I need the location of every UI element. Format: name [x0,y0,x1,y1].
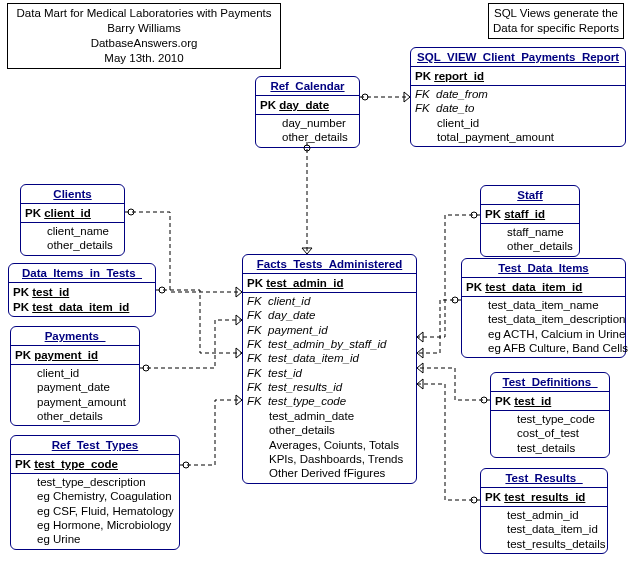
svg-point-14 [159,287,165,293]
entity-test-definitions: Test_Definitions_ PK test_id test_type_c… [490,372,610,458]
entity-title: Payments_ [11,327,139,346]
entity-title: Staff [481,186,579,205]
entity-facts: Facts_Tests_Administered PK test_admin_i… [242,254,417,484]
info-sql-line: SQL Views generate the [493,6,619,21]
entity-title: Data_Items_in_Tests_ [9,264,155,283]
entity-ref-test-types: Ref_Test_Types PK test_type_code test_ty… [10,435,180,550]
entity-test-data-items: Test_Data_Items PK test_data_item_id tes… [461,258,626,358]
entity-payments: Payments_ PK payment_id client_id paymen… [10,326,140,426]
svg-line-28 [417,337,423,342]
svg-point-1 [362,94,368,100]
svg-line-35 [417,363,423,368]
svg-line-32 [417,353,423,358]
info-sql-box: SQL Views generate the Data for specific… [488,3,624,39]
entity-title: Ref_Test_Types [11,436,179,455]
info-title-box: Data Mart for Medical Laboratories with … [7,3,281,69]
entity-title: Test_Definitions_ [491,373,609,392]
info-title-line: Data Mart for Medical Laboratories with … [12,6,276,21]
entity-title: Clients [21,185,124,204]
entity-title: Facts_Tests_Administered [243,255,416,274]
svg-line-39 [417,379,423,384]
svg-point-38 [471,497,477,503]
svg-line-40 [417,384,423,389]
svg-line-36 [417,368,423,373]
entity-title: SQL_VIEW_Client_Payments_Report [411,48,625,67]
entity-test-results: Test_Results_ PK test_results_id test_ad… [480,468,608,554]
entity-ref-calendar: Ref_Calendar PK day_date day_number othe… [255,76,360,148]
svg-point-34 [481,397,487,403]
svg-point-18 [143,365,149,371]
info-title-line: May 13th. 2010 [12,51,276,66]
entity-staff: Staff PK staff_id staff_name other_detai… [480,185,580,257]
entity-title: Ref_Calendar [256,77,359,96]
entity-sql-view: SQL_VIEW_Client_Payments_Report PK repor… [410,47,626,147]
svg-line-27 [417,332,423,337]
entity-clients: Clients PK client_id client_name other_d… [20,184,125,256]
entity-title: Test_Results_ [481,469,607,488]
svg-point-10 [128,209,134,215]
entity-data-items-in-tests: Data_Items_in_Tests_ PK test_id PK test_… [8,263,156,317]
entity-title: Test_Data_Items [462,259,625,278]
svg-line-31 [417,348,423,353]
svg-point-26 [471,212,477,218]
info-title-line: DatbaseAnswers.org [12,36,276,51]
svg-point-30 [452,297,458,303]
info-title-line: Barry Williams [12,21,276,36]
svg-point-22 [183,462,189,468]
info-sql-line: Data for specific Reports [493,21,619,36]
